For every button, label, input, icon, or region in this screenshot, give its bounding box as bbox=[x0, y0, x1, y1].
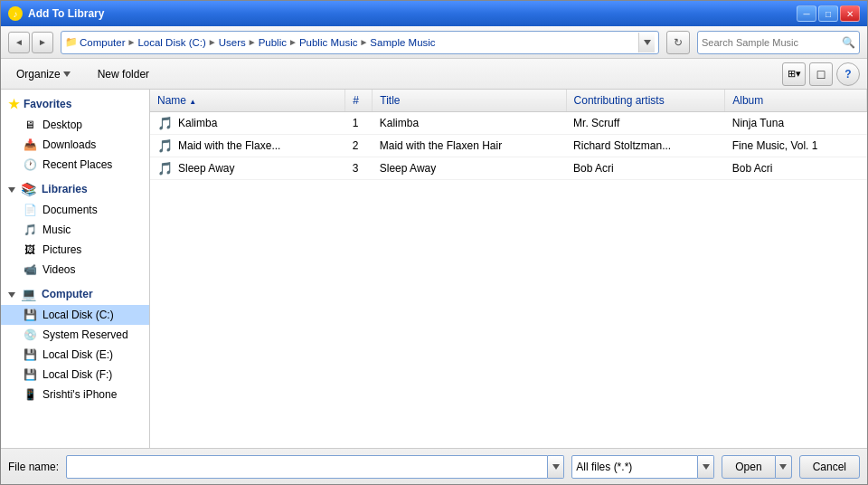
sidebar-section-favorites: ★ Favorites 🖥 Desktop 📥 Downloads 🕐 Rece… bbox=[1, 93, 149, 175]
sidebar-item-local-c[interactable]: 💾 Local Disk (C:) bbox=[1, 305, 149, 325]
cell-name: 🎵 Maid with the Flaxe... bbox=[150, 135, 345, 157]
computer-header[interactable]: 💻 Computer bbox=[1, 283, 149, 305]
sidebar-item-local-e[interactable]: 💾 Local Disk (E:) bbox=[1, 345, 149, 365]
filename-dropdown-button[interactable] bbox=[548, 455, 564, 479]
sidebar-item-music[interactable]: 🎵 Music bbox=[1, 220, 149, 240]
sidebar-item-documents[interactable]: 📄 Documents bbox=[1, 200, 149, 220]
main-content: ★ Favorites 🖥 Desktop 📥 Downloads 🕐 Rece… bbox=[1, 90, 867, 448]
nav-buttons: ◄ ► bbox=[8, 32, 53, 53]
refresh-button[interactable]: ↻ bbox=[666, 31, 690, 54]
cell-name: 🎵 Kalimba bbox=[150, 112, 345, 135]
col-title[interactable]: Title bbox=[373, 90, 566, 112]
cell-album: Bob Acri bbox=[725, 157, 867, 180]
breadcrumb-item-samplemusic[interactable]: Sample Music bbox=[370, 37, 435, 48]
title-bar: ♪ Add To Library ─ □ ✕ bbox=[1, 1, 867, 26]
chevron-down-icon bbox=[552, 464, 560, 470]
sidebar-section-computer: 💻 Computer 💾 Local Disk (C:) 💿 System Re… bbox=[1, 283, 149, 404]
address-dropdown-button[interactable] bbox=[638, 33, 655, 52]
file-table: Name # Title Contributing artists Album bbox=[150, 90, 867, 180]
breadcrumb-item-public[interactable]: Public bbox=[259, 37, 287, 48]
table-row[interactable]: 🎵 Kalimba 1 Kalimba Mr. Scruff Ninja Tun… bbox=[150, 112, 867, 135]
app-icon: ♪ bbox=[8, 6, 23, 21]
action-buttons: Open bbox=[722, 455, 791, 479]
search-input[interactable] bbox=[702, 37, 838, 48]
filename-input[interactable] bbox=[66, 455, 548, 479]
organize-chevron-icon bbox=[63, 71, 71, 77]
cancel-button[interactable]: Cancel bbox=[799, 455, 860, 479]
action-bar-right: ⊞▾ □ ? bbox=[782, 62, 860, 86]
action-bar: Organize New folder ⊞▾ □ ? bbox=[1, 59, 867, 90]
chevron-down-icon bbox=[703, 464, 710, 470]
preview-button[interactable]: □ bbox=[809, 62, 833, 86]
sidebar-item-local-f[interactable]: 💾 Local Disk (F:) bbox=[1, 365, 149, 385]
filetype-dropdown-button[interactable] bbox=[698, 455, 714, 479]
libraries-icon: 📚 bbox=[21, 182, 36, 196]
title-buttons: ─ □ ✕ bbox=[797, 5, 860, 22]
back-button[interactable]: ◄ bbox=[8, 32, 30, 53]
view-button[interactable]: ⊞▾ bbox=[782, 62, 806, 86]
sidebar-item-pictures[interactable]: 🖼 Pictures bbox=[1, 240, 149, 260]
music-file-icon: 🎵 bbox=[157, 161, 173, 176]
open-button[interactable]: Open bbox=[722, 455, 775, 479]
cell-title: Maid with the Flaxen Hair bbox=[373, 135, 566, 157]
chevron-down-icon bbox=[779, 464, 787, 470]
filetype-select[interactable]: All files (*.*) bbox=[571, 455, 698, 479]
minimize-button[interactable]: ─ bbox=[797, 5, 816, 22]
address-bar[interactable]: 📁 Computer ► Local Disk (C:) ► Users ► P… bbox=[61, 31, 659, 54]
title-bar-left: ♪ Add To Library bbox=[8, 6, 104, 21]
sidebar-item-desktop[interactable]: 🖥 Desktop bbox=[1, 115, 149, 135]
organize-button[interactable]: Organize bbox=[8, 64, 79, 84]
filename-field-wrapper bbox=[66, 455, 564, 479]
preview-icon: □ bbox=[817, 67, 825, 81]
col-name[interactable]: Name bbox=[150, 90, 345, 112]
pictures-icon: 🖼 bbox=[23, 242, 37, 257]
desktop-icon: 🖥 bbox=[23, 118, 37, 132]
favorites-icon: ★ bbox=[8, 97, 20, 111]
bottom-bar: File name: All files (*.*) Open Canc bbox=[1, 448, 867, 484]
col-album[interactable]: Album bbox=[725, 90, 867, 112]
cell-track: 1 bbox=[345, 112, 373, 135]
open-arrow-button[interactable] bbox=[776, 455, 792, 479]
breadcrumb: 📁 Computer ► Local Disk (C:) ► Users ► P… bbox=[65, 36, 637, 48]
breadcrumb-item-c[interactable]: Local Disk (C:) bbox=[137, 37, 205, 48]
cell-album: Fine Music, Vol. 1 bbox=[725, 135, 867, 157]
favorites-header[interactable]: ★ Favorites bbox=[1, 93, 149, 115]
local-disk-e-icon: 💾 bbox=[23, 347, 37, 362]
maximize-button[interactable]: □ bbox=[818, 5, 838, 22]
help-button[interactable]: ? bbox=[836, 62, 860, 86]
sidebar-item-recent-places[interactable]: 🕐 Recent Places bbox=[1, 155, 149, 175]
close-button[interactable]: ✕ bbox=[840, 5, 860, 22]
music-file-icon: 🎵 bbox=[157, 116, 173, 130]
help-icon: ? bbox=[844, 68, 851, 81]
file-area: Name # Title Contributing artists Album bbox=[150, 90, 867, 448]
filetype-wrapper: All files (*.*) bbox=[571, 455, 714, 479]
sidebar-item-videos[interactable]: 📹 Videos bbox=[1, 260, 149, 280]
sidebar-item-downloads[interactable]: 📥 Downloads bbox=[1, 135, 149, 155]
libraries-header[interactable]: 📚 Libraries bbox=[1, 178, 149, 200]
new-folder-button[interactable]: New folder bbox=[90, 64, 157, 84]
sidebar: ★ Favorites 🖥 Desktop 📥 Downloads 🕐 Rece… bbox=[1, 90, 150, 448]
breadcrumb-item-users[interactable]: Users bbox=[219, 37, 246, 48]
forward-button[interactable]: ► bbox=[32, 32, 53, 53]
table-row[interactable]: 🎵 Maid with the Flaxe... 2 Maid with the… bbox=[150, 135, 867, 157]
col-track[interactable]: # bbox=[345, 90, 373, 112]
table-row[interactable]: 🎵 Sleep Away 3 Sleep Away Bob Acri Bob A… bbox=[150, 157, 867, 180]
cell-artist: Richard Stoltzman... bbox=[566, 135, 725, 157]
sidebar-item-iphone[interactable]: 📱 Srishti's iPhone bbox=[1, 385, 149, 404]
music-icon: 🎵 bbox=[23, 223, 37, 237]
music-file-icon: 🎵 bbox=[157, 138, 173, 153]
recent-places-icon: 🕐 bbox=[23, 157, 37, 172]
views-icon: ⊞▾ bbox=[788, 68, 801, 80]
cell-album: Ninja Tuna bbox=[725, 112, 867, 135]
sidebar-section-libraries: 📚 Libraries 📄 Documents 🎵 Music 🖼 Pictur… bbox=[1, 178, 149, 280]
cell-track: 3 bbox=[345, 157, 373, 180]
search-box[interactable]: 🔍 bbox=[697, 31, 860, 54]
col-artist[interactable]: Contributing artists bbox=[566, 90, 725, 112]
system-reserved-icon: 💿 bbox=[23, 328, 37, 342]
sidebar-item-system-reserved[interactable]: 💿 System Reserved bbox=[1, 325, 149, 345]
file-table-header: Name # Title Contributing artists Album bbox=[150, 90, 867, 112]
breadcrumb-item-computer[interactable]: 📁 Computer bbox=[65, 36, 126, 48]
dialog-title: Add To Library bbox=[28, 7, 104, 20]
breadcrumb-item-publicmusic[interactable]: Public Music bbox=[299, 37, 358, 48]
documents-icon: 📄 bbox=[23, 203, 37, 217]
